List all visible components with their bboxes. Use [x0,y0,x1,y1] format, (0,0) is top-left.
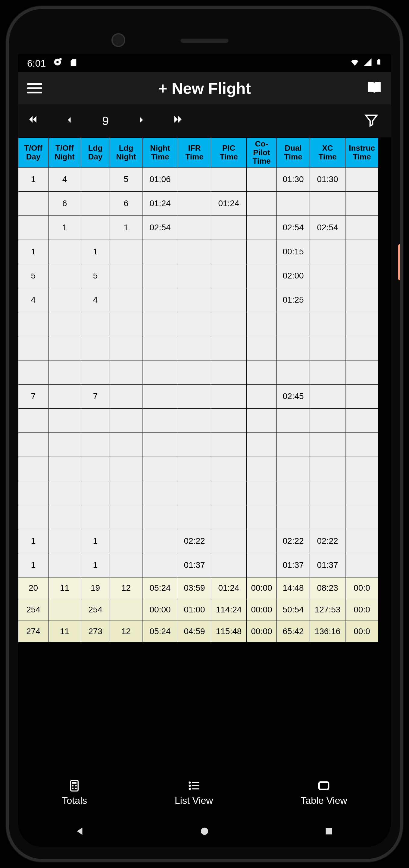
totals-cell: 05:24 [142,577,178,599]
logbook-icon[interactable] [367,80,382,96]
table-cell: 00:15 [277,240,310,264]
table-cell [178,240,211,264]
table-cell [19,191,48,216]
svg-point-10 [75,787,77,789]
table-row[interactable] [19,505,379,529]
table-cell [48,433,81,457]
totals-cell: 254 [81,599,110,621]
table-cell [142,384,178,408]
table-cell [211,505,247,529]
table-row[interactable]: 6601:2401:24 [19,191,379,216]
app-bar: + New Flight [18,72,391,104]
column-header[interactable]: PICTime [211,138,247,167]
table-cell [247,481,277,505]
column-header[interactable]: T/OffNight [48,138,81,167]
table-row[interactable]: 1101:3701:3701:37 [19,553,379,577]
first-page-button[interactable] [24,113,42,129]
table-row[interactable] [19,336,379,360]
table-row[interactable]: 1102:5402:5402:54 [19,216,379,240]
totals-cell: 00:0 [345,577,379,599]
tab-list-view[interactable]: List View [175,779,213,806]
next-page-button[interactable] [133,113,150,128]
last-page-button[interactable] [169,113,187,129]
table-cell [211,481,247,505]
totals-row[interactable]: 25425400:0001:00114:2400:0050:54127:5300… [19,599,379,621]
column-header[interactable]: InstrucTime [345,138,379,167]
totals-cell: 20 [19,577,48,599]
totals-cell: 00:00 [247,599,277,621]
column-header[interactable]: NightTime [142,138,178,167]
table-cell [19,216,48,240]
table-cell [277,191,310,216]
totals-cell: 01:24 [211,577,247,599]
table-row[interactable]: 4401:25 [19,288,379,312]
back-button[interactable] [75,826,86,838]
filter-button[interactable] [364,113,379,129]
tab-totals[interactable]: Totals [62,779,87,806]
table-row[interactable]: 1100:15 [19,240,379,264]
table-cell [310,264,345,288]
table-cell [110,481,142,505]
table-cell [277,433,310,457]
table-cell [345,167,379,191]
totals-cell: 136:16 [310,621,345,642]
table-row[interactable]: 7702:45 [19,384,379,408]
table-cell [19,360,48,384]
table-cell [310,312,345,336]
table-cell [110,529,142,553]
column-header[interactable]: XCTime [310,138,345,167]
flight-table: T/OffDayT/OffNightLdgDayLdgNightNightTim… [18,137,379,643]
page-title[interactable]: + New Flight [158,79,251,97]
menu-button[interactable] [27,83,42,93]
tab-list-label: List View [175,795,213,806]
camera [111,33,125,47]
table-row[interactable] [19,457,379,481]
flight-table-container[interactable]: T/OffDayT/OffNightLdgDayLdgNightNightTim… [18,137,391,643]
table-row[interactable] [19,408,379,433]
table-cell [277,360,310,384]
table-row[interactable] [19,312,379,336]
table-row[interactable]: 14501:0601:3001:30 [19,167,379,191]
svg-rect-12 [192,782,199,783]
table-cell [81,360,110,384]
table-cell [345,264,379,288]
table-cell: 4 [81,288,110,312]
table-cell [142,457,178,481]
table-cell [345,457,379,481]
table-cell [247,384,277,408]
table-cell [178,360,211,384]
svg-point-7 [72,785,73,786]
table-cell [81,191,110,216]
table-cell [211,264,247,288]
column-header[interactable]: T/OffDay [19,138,48,167]
table-row[interactable] [19,481,379,505]
home-button[interactable] [199,826,210,838]
table-cell [81,457,110,481]
system-nav [18,817,391,847]
table-cell: 02:54 [277,216,310,240]
table-cell [247,216,277,240]
prev-page-button[interactable] [60,113,78,128]
table-row[interactable] [19,360,379,384]
table-cell [142,433,178,457]
tab-table-view[interactable]: Table View [301,779,347,806]
svg-rect-3 [377,60,380,65]
totals-row[interactable]: 2011191205:2403:5901:2400:0014:4808:2300… [19,577,379,599]
table-cell [310,408,345,433]
table-cell: 01:37 [310,553,345,577]
table-row[interactable]: 5502:00 [19,264,379,288]
table-row[interactable] [19,433,379,457]
column-header[interactable]: DualTime [277,138,310,167]
svg-point-2 [60,58,62,60]
totals-row[interactable]: 274112731205:2404:59115:4800:0065:42136:… [19,621,379,642]
column-header[interactable]: LdgNight [110,138,142,167]
column-header[interactable]: LdgDay [81,138,110,167]
recent-button[interactable] [323,826,334,838]
column-header[interactable]: Co-PilotTime [247,138,277,167]
column-header[interactable]: IFRTime [178,138,211,167]
table-cell [310,240,345,264]
totals-cell: 14:48 [277,577,310,599]
table-cell: 01:30 [310,167,345,191]
table-row[interactable]: 1102:2202:2202:22 [19,529,379,553]
table-cell [247,264,277,288]
